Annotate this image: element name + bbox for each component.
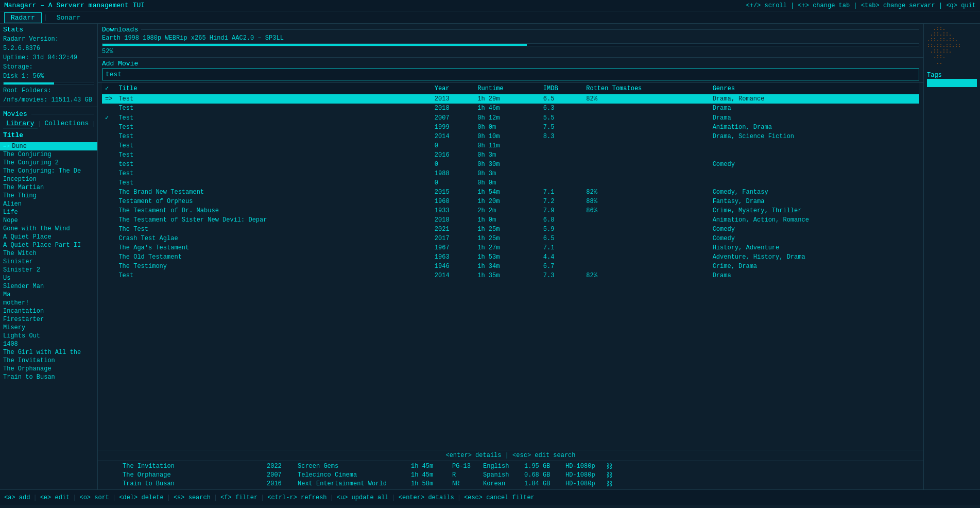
movie-list-item[interactable]: A Quiet Place bbox=[0, 233, 97, 241]
status-search[interactable]: <s> search bbox=[174, 494, 211, 501]
status-sort[interactable]: <o> sort bbox=[79, 494, 109, 501]
add-movie-title: Add Movie bbox=[102, 60, 919, 67]
movie-list[interactable]: => Dune The Conjuring The Conjuring 2 Th… bbox=[0, 142, 97, 489]
status-filter[interactable]: <f> filter bbox=[220, 494, 257, 501]
movie-list-item[interactable]: The Thing bbox=[0, 192, 97, 200]
table-row[interactable]: test 0 0h 30m Comedy bbox=[102, 160, 919, 169]
movie-list-item[interactable]: The Witch bbox=[0, 249, 97, 258]
link-icon: ⛓ bbox=[607, 471, 617, 479]
table-row[interactable]: The Testament of Dr. Mabuse 1933 2h 2m 7… bbox=[102, 206, 919, 215]
row-rt: 82% bbox=[583, 94, 709, 104]
status-update[interactable]: <u> update all bbox=[337, 494, 389, 501]
tags-section: Tags bbox=[927, 72, 977, 88]
root-folder-path: /nfs/movies: 11511.43 GB bbox=[3, 95, 94, 105]
status-refresh[interactable]: <ctrl-r> refresh bbox=[267, 494, 326, 501]
movie-list-item[interactable]: Ma bbox=[0, 291, 97, 299]
table-row[interactable]: Testament of Orpheus 1960 1h 20m 7.2 88%… bbox=[102, 197, 919, 206]
download-item: Earth 1998 1080p WEBRip x265 Hindi AAC2.… bbox=[102, 35, 919, 42]
radarr-version: Radarr Version: 5.2.6.8376 bbox=[3, 35, 94, 53]
table-row[interactable]: The Test 2021 1h 25m 5.9 Comedy bbox=[102, 225, 919, 234]
tab-library[interactable]: Library bbox=[3, 119, 38, 128]
table-row[interactable]: Test 0 0h 0m bbox=[102, 178, 919, 188]
status-cancel-filter[interactable]: <esc> cancel filter bbox=[464, 494, 535, 501]
movie-list-item[interactable]: The Conjuring 2 bbox=[0, 159, 97, 167]
col-year: Year bbox=[432, 83, 474, 94]
table-row[interactable]: The Old Testament 1963 1h 53m 4.4 Advent… bbox=[102, 252, 919, 262]
nav-sep: | bbox=[42, 12, 50, 23]
table-row[interactable]: Test 1999 0h 0m 7.5 Animation, Drama bbox=[102, 123, 919, 132]
movie-list-item[interactable]: The Conjuring: The De bbox=[0, 167, 97, 175]
app-title: Managarr – A Servarr management TUI bbox=[4, 2, 145, 9]
movie-list-item[interactable]: The Orphanage bbox=[0, 365, 97, 373]
search-results-table: ✓ Title Year Runtime IMDB Rotten Tomatoe… bbox=[98, 83, 923, 450]
bottom-movie-row[interactable]: The Orphanage 2007 Telecinco Cinema 1h 4… bbox=[98, 471, 923, 480]
row-check: => bbox=[102, 94, 115, 104]
table-row[interactable]: Test 2016 0h 3m bbox=[102, 150, 919, 160]
table-row[interactable]: Test 2014 1h 35m 7.3 82% Drama bbox=[102, 271, 919, 280]
movie-list-item[interactable]: The Martian bbox=[0, 183, 97, 192]
row-title: Test bbox=[115, 94, 431, 104]
status-delete[interactable]: <del> delete bbox=[119, 494, 163, 501]
table-row[interactable]: Test 2014 0h 10m 8.3 Drama, Science Fict… bbox=[102, 132, 919, 141]
movie-list-item[interactable]: Life bbox=[0, 208, 97, 216]
table-row[interactable]: ✓ Test 2007 0h 12m 5.5 Drama bbox=[102, 113, 919, 123]
movie-list-item[interactable]: Sinister 2 bbox=[0, 266, 97, 274]
movie-list-item[interactable]: 1408 bbox=[0, 340, 97, 348]
movie-list-item[interactable]: Nope bbox=[0, 216, 97, 225]
download-progress bbox=[102, 43, 919, 46]
status-bar: <a> add | <e> edit | <o> sort | <del> de… bbox=[0, 489, 980, 505]
download-percent: 52% bbox=[102, 48, 919, 55]
root-folders-label: Root Folders: bbox=[3, 86, 94, 95]
footer-hint: <enter> details | <esc> edit search bbox=[98, 450, 923, 461]
table-row[interactable]: Test 0 0h 11m bbox=[102, 141, 919, 150]
uptime: Uptime: 31d 04:32:49 bbox=[3, 53, 94, 62]
status-edit[interactable]: <e> edit bbox=[40, 494, 70, 501]
movie-list-item[interactable]: Us bbox=[0, 274, 97, 282]
bottom-movie-row[interactable]: Train to Busan 2016 Next Entertainment W… bbox=[98, 480, 923, 488]
movie-list-item[interactable]: Firestarter bbox=[0, 315, 97, 324]
table-row[interactable]: => Test 2013 1h 29m 6.5 82% Drama, Roman… bbox=[102, 94, 919, 104]
movie-list-item[interactable]: Slender Man bbox=[0, 282, 97, 291]
movie-list-item[interactable]: Misery bbox=[0, 324, 97, 332]
table-row[interactable]: The Aga's Testament 1967 1h 27m 7.1 Hist… bbox=[102, 243, 919, 252]
title-bar: Managarr – A Servarr management TUI <+/>… bbox=[0, 0, 980, 11]
table-row[interactable]: Crash Test Aglae 2017 1h 25m 6.5 Comedy bbox=[102, 234, 919, 243]
movies-header: Movies bbox=[0, 109, 97, 119]
status-add[interactable]: <a> add bbox=[4, 494, 30, 501]
movie-list-item-dune[interactable]: => Dune bbox=[0, 142, 97, 150]
movie-list-item[interactable]: Inception bbox=[0, 175, 97, 183]
table-row[interactable]: Test 2018 1h 46m 6.3 Drama bbox=[102, 104, 919, 113]
movie-list-item[interactable]: The Conjuring bbox=[0, 150, 97, 159]
col-rt: Rotten Tomatoes bbox=[583, 83, 709, 94]
movie-list-item[interactable]: Sinister bbox=[0, 258, 97, 266]
tag-item[interactable] bbox=[927, 79, 977, 87]
row-genres: Drama, Romance bbox=[710, 94, 919, 104]
movie-list-item[interactable]: Incantation bbox=[0, 307, 97, 315]
movie-list-item[interactable]: mother! bbox=[0, 299, 97, 307]
movies-section: Movies Library | Collections | Title bbox=[0, 107, 97, 142]
status-details[interactable]: <enter> details bbox=[399, 494, 454, 501]
stats-title: Stats bbox=[3, 26, 94, 33]
table-row[interactable]: The Brand New Testament 2015 1h 54m 7.1 … bbox=[102, 188, 919, 197]
table-row[interactable]: The Testimony 1946 1h 34m 6.7 Crime, Dra… bbox=[102, 262, 919, 271]
center-content: Downloads Earth 1998 1080p WEBRip x265 H… bbox=[98, 24, 923, 489]
keyboard-hints: <+/> scroll | <+> change tab | <tab> cha… bbox=[746, 2, 976, 9]
disk1-progress-fill bbox=[4, 82, 54, 84]
add-movie-input[interactable] bbox=[102, 69, 919, 80]
movie-list-item[interactable]: The Invitation bbox=[0, 357, 97, 365]
movie-list-item[interactable]: Lights Out bbox=[0, 332, 97, 340]
movie-list-item[interactable]: Train to Busan bbox=[0, 373, 97, 381]
table-row[interactable]: Test 1988 0h 3m bbox=[102, 169, 919, 178]
row-year: 2013 bbox=[432, 94, 474, 104]
right-sidebar: .::. .::.::. .::.::.::. ::.::.::.:: .::.… bbox=[923, 24, 980, 489]
movie-list-item[interactable]: Alien bbox=[0, 200, 97, 208]
nav-tab-sonarr[interactable]: Sonarr bbox=[50, 12, 88, 23]
movie-list-item[interactable]: Gone with the Wind bbox=[0, 225, 97, 233]
table-row[interactable]: The Testament of Sister New Devil: Depar… bbox=[102, 215, 919, 225]
nav-tab-radarr[interactable]: Radarr bbox=[4, 12, 42, 23]
bottom-movie-row[interactable]: The Invitation 2022 Screen Gems 1h 45m P… bbox=[98, 462, 923, 471]
storage-label: Storage: bbox=[3, 62, 94, 72]
tab-collections[interactable]: Collections bbox=[41, 119, 92, 128]
movie-list-item[interactable]: The Girl with All the bbox=[0, 348, 97, 357]
movie-list-item[interactable]: A Quiet Place Part II bbox=[0, 241, 97, 249]
